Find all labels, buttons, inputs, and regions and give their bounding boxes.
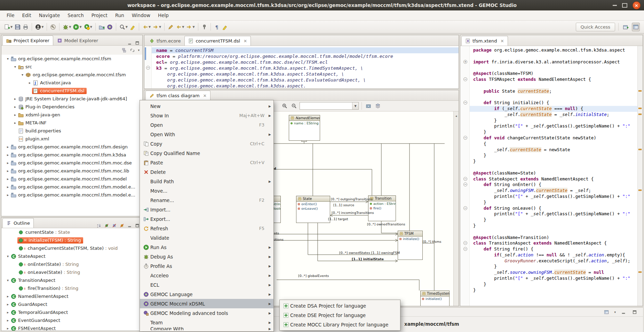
expand-arrow-icon[interactable]: ▾	[6, 57, 10, 61]
fold-collapse-icon[interactable]: −	[463, 136, 467, 140]
chevron-down-icon[interactable]: ▼	[149, 25, 151, 29]
window-titlebar[interactable]: workspace - org.eclipse.gemoc.example.mo…	[0, 0, 644, 10]
maximize-window-button[interactable]	[622, 3, 627, 8]
menu-item-delete[interactable]: Delete	[140, 167, 273, 177]
class-attribute[interactable]: name : EString	[289, 121, 320, 125]
menu-item-copy-qualified-name[interactable]: Copy Qualified Name	[140, 148, 273, 158]
outline-item[interactable]: s fire(Transition) : String	[1, 284, 142, 292]
expand-arrow-icon[interactable]: ▸	[13, 105, 17, 109]
menu-window[interactable]: Window	[128, 11, 154, 20]
menu-item-move[interactable]: Move...	[140, 186, 273, 195]
export-image-button[interactable]	[365, 102, 372, 110]
class-operation[interactable]: onEnter()	[296, 202, 330, 206]
diagram-class-namedelement[interactable]: NamedElementname : EString	[289, 115, 320, 141]
outline-item[interactable]: ▸ C GuardAspect	[1, 300, 142, 308]
search-button[interactable]: ▼	[118, 23, 129, 31]
sort-icon[interactable]: az	[97, 223, 101, 228]
class-operation[interactable]: fire()	[368, 206, 396, 210]
tab-tfsm-class-diagram[interactable]: tfsm class diagram ✕	[145, 91, 210, 100]
expand-arrow-icon[interactable]: ▸	[6, 193, 10, 197]
menu-item-create-dsa-project-for-language[interactable]: Create DSA Project for language	[280, 301, 400, 310]
run-button[interactable]: ▼	[72, 23, 82, 31]
chevron-down-icon[interactable]: ▼	[90, 25, 92, 29]
menu-item-open-with[interactable]: Open With ▶	[140, 130, 273, 139]
menu-navigate[interactable]: Navigate	[35, 11, 64, 20]
project-tree-item[interactable]: ▸ org.eclipse.gemoc.example.moccml.tfsm.…	[1, 151, 142, 159]
occurrence-marker[interactable]	[638, 114, 642, 115]
expand-arrow-icon[interactable]: ▸	[6, 310, 10, 314]
expand-arrow-icon[interactable]: ▸	[27, 81, 32, 85]
project-tree-item[interactable]: build.properties	[1, 127, 142, 135]
tab-outline[interactable]: Outline	[2, 218, 34, 228]
menu-edit[interactable]: Edit	[18, 11, 35, 20]
dsl-editor-gutter[interactable]: −	[144, 46, 152, 88]
new-wizard-button[interactable]: ▼	[3, 23, 14, 31]
menu-item-gemoc-moccml-xdsml[interactable]: GEMOC Moccml xDSML ▶	[140, 299, 273, 308]
zoom-in-button[interactable]	[281, 102, 288, 110]
project-tree-item[interactable]: ▸ org.eclipse.gemoc.example.moccml.tfsm.…	[1, 167, 142, 175]
outline-item[interactable]: ▸ C EventGuardAspect	[1, 316, 142, 324]
quick-access-button[interactable]: Quick Access	[576, 23, 615, 31]
menu-item-run-as[interactable]: Run As ▶	[140, 242, 273, 252]
toggle-mark-occurrences-button[interactable]	[129, 23, 137, 31]
menu-item-acceleo[interactable]: Acceleo ▶	[140, 271, 273, 280]
show-whitespace-button[interactable]: ¶	[213, 23, 221, 31]
tab-tfsm-xtend[interactable]: X tfsm.xtend ✕	[461, 36, 508, 46]
back-button[interactable]: ▼	[175, 23, 185, 31]
expand-arrow-icon[interactable]: ▾	[6, 278, 10, 282]
chevron-down-icon[interactable]: ▼	[79, 25, 81, 29]
collapse-all-icon[interactable]	[122, 48, 127, 53]
view-icon[interactable]	[603, 308, 610, 316]
project-tree-item[interactable]: concurrentTFSM.dsl	[1, 87, 142, 95]
chevron-down-icon[interactable]: ▼	[352, 102, 358, 109]
expand-arrow-icon[interactable]: ▸	[13, 97, 17, 101]
menu-item-open[interactable]: Open F3	[140, 120, 273, 130]
expand-arrow-icon[interactable]: ▸	[6, 177, 10, 181]
menu-item-ecl[interactable]: ECL ▶	[140, 280, 273, 289]
forward-button[interactable]: ▼	[185, 23, 196, 31]
class-operation[interactable]: initialize()	[421, 296, 449, 301]
hide-non-public-icon[interactable]	[120, 223, 124, 228]
tab-model-explorer[interactable]: Model Explorer	[53, 36, 102, 45]
menu-item-build-path[interactable]: Build Path ▶	[140, 177, 273, 186]
xtend-editor-gutter[interactable]: −−−−−−−−+	[460, 46, 470, 306]
menu-run[interactable]: Run	[111, 11, 128, 20]
expand-arrow-icon[interactable]: ▸	[13, 121, 17, 125]
class-operation[interactable]: onLeave()	[296, 206, 330, 211]
chevron-down-icon[interactable]: ▾	[614, 310, 616, 314]
occurrence-marker[interactable]	[638, 190, 642, 191]
expand-palette-arrow-icon[interactable]: ◂	[455, 114, 457, 118]
menu-item-create-mocc-library-project-for-language[interactable]: Create MOCC Library Project for language	[280, 320, 400, 329]
view-menu-icon[interactable]: ▾	[138, 48, 140, 52]
project-tree-item[interactable]: ▸ org.eclipse.gemoc.example.moccml.tfsm.…	[1, 159, 142, 167]
expand-arrow-icon[interactable]: ▾	[13, 65, 17, 69]
chevron-down-icon[interactable]: ▼	[41, 25, 43, 29]
fold-expand-icon[interactable]: +	[463, 60, 467, 64]
menu-item-gemoc-modeling-advanced-tools[interactable]: GEMOC Modeling advanced tools ▶	[140, 308, 273, 318]
project-tree-item[interactable]: ▸ xdsml-java-gen	[1, 111, 142, 119]
tab-tfsm-ecore[interactable]: tfsm.ecore	[145, 36, 184, 46]
menu-item-debug-as[interactable]: Debug As ▶	[140, 252, 273, 261]
overview-ruler[interactable]	[637, 46, 643, 306]
minimize-window-button[interactable]	[613, 5, 617, 6]
expand-arrow-icon[interactable]: ▸	[6, 294, 10, 298]
project-tree-item[interactable]: ▸ META-INF	[1, 119, 142, 127]
chevron-down-icon[interactable]: ▼	[192, 25, 194, 29]
maximize-view-icon[interactable]	[135, 41, 140, 45]
project-tree-item[interactable]: plugin.xml	[1, 135, 142, 143]
project-tree-item[interactable]: ▸ JRE System Library [oracle-java8-jdk-a…	[1, 95, 142, 103]
expand-arrow-icon[interactable]: ▸	[6, 302, 10, 306]
fold-collapse-icon[interactable]: −	[463, 101, 467, 105]
menu-item-profile-as[interactable]: Profile As ▶	[140, 261, 273, 271]
zoom-out-button[interactable]	[290, 102, 298, 110]
print-button[interactable]	[22, 23, 30, 31]
outline-item[interactable]: s changeCurrentState(TFSM, State) : void	[1, 244, 142, 252]
diagram-class-timedsystem[interactable]: TimedSysteminitialize()	[420, 291, 450, 306]
menu-item-gemoc-language[interactable]: GEMOC Language ▶	[140, 289, 273, 299]
outline-item[interactable]: ▾ C TransitionAspect	[1, 276, 142, 284]
menu-item-show-in[interactable]: Show In Maj+Alt+W ▶	[140, 111, 273, 120]
outline-item[interactable]: s onEnter(State) : String	[1, 260, 142, 268]
debug-button[interactable]: ▼	[62, 23, 72, 31]
occurrence-marker[interactable]	[638, 90, 642, 92]
menu-item-copy[interactable]: Copy Ctrl+C	[140, 139, 273, 148]
